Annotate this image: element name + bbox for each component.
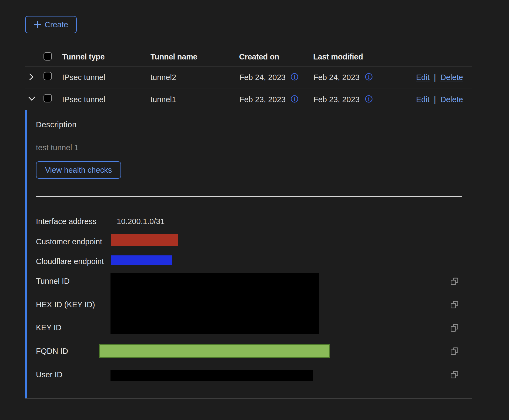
svg-text:i: i (368, 74, 370, 80)
svg-text:i: i (294, 74, 295, 80)
svg-text:i: i (294, 96, 295, 102)
svg-text:i: i (368, 96, 370, 102)
